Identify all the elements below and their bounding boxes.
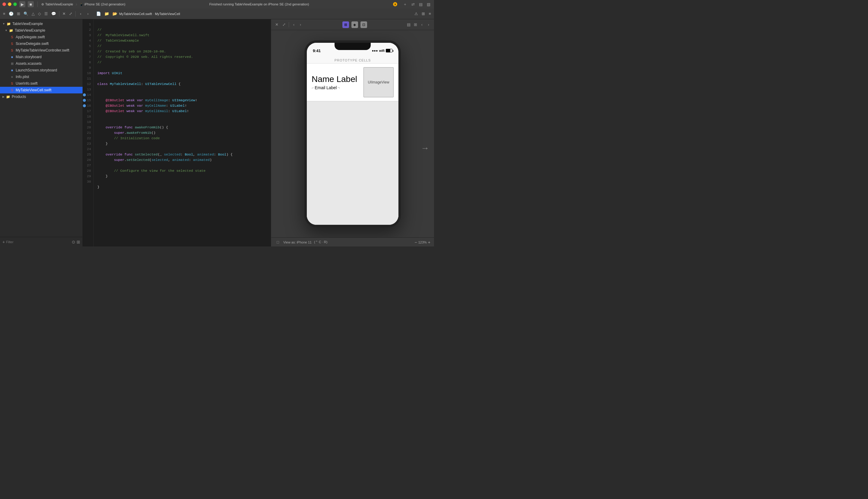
close-button[interactable]	[2, 2, 6, 6]
code-line-4: //	[97, 44, 101, 48]
zoom-out-button[interactable]: −	[414, 240, 417, 245]
list-btn[interactable]: ≡	[427, 11, 432, 16]
sidebar-item-mycell[interactable]: S MyTableViewCell.swift	[0, 87, 83, 94]
filter-options-button[interactable]: ⊙	[72, 240, 75, 244]
preview-icon-2[interactable]: ◈	[352, 21, 358, 28]
sidebar-item-plist[interactable]: ≡ Info.plist	[0, 74, 83, 80]
sidebar-item-mainstoryboard[interactable]: ■ Main.storyboard	[0, 54, 83, 60]
preview-expand-btn[interactable]: ⤢	[281, 22, 287, 28]
chevron-right-icon: ▶	[2, 95, 4, 98]
preview-icon-1[interactable]: ⊞	[342, 21, 349, 28]
sidebar-item-launchscreen[interactable]: ■ LaunchScreen.storyboard	[0, 67, 83, 74]
outlet-dot-3[interactable]	[83, 104, 86, 107]
line-num-12: 12	[83, 81, 94, 87]
outline-button[interactable]: ☰	[43, 11, 49, 16]
outlet-dot-2[interactable]	[83, 99, 86, 102]
view-toggle-button[interactable]: ▤	[418, 1, 424, 7]
fullscreen-button[interactable]: ⤢	[68, 11, 74, 16]
image-view-placeholder: UIImageView	[364, 67, 394, 97]
preview-nav-btn-right[interactable]: ›	[426, 22, 431, 28]
sidebar-group-products[interactable]: ▶ 📁 Products	[0, 94, 83, 100]
view-as-toggle[interactable]: □	[275, 239, 281, 245]
back-button[interactable]: ‹	[77, 11, 84, 17]
preview-close-btn[interactable]: ✕	[274, 22, 280, 28]
sidebar-item-userinfo[interactable]: S UserInfo.swift	[0, 80, 83, 87]
toolbar-separator	[59, 11, 59, 16]
path-icon-btn[interactable]: 📂	[111, 11, 119, 16]
code-line-20: super.awakeFromNib()	[97, 131, 156, 135]
sidebar-group-tableviewexample[interactable]: ▼ 📁 TableViewExample	[0, 27, 83, 34]
sidebar-toggle-button[interactable]: ▧	[426, 1, 431, 7]
warning-badge[interactable]: 3	[393, 2, 397, 6]
breakpoints-button[interactable]: ◇	[37, 11, 42, 16]
preview-arrow[interactable]: →	[421, 144, 429, 153]
forward-button[interactable]: ›	[85, 11, 91, 17]
device-title-segment: 📱 iPhone SE (2nd generation)	[80, 2, 125, 6]
code-line-1: //	[97, 28, 101, 32]
close-tab-button[interactable]: ✕	[61, 11, 67, 16]
sidebar-item-appdelegate[interactable]: S AppDelegate.swift	[0, 34, 83, 40]
view-as-label: View as: iPhone 11	[283, 241, 311, 244]
breadcrumb-separator: ›	[153, 12, 154, 16]
status-time: 9:41	[313, 49, 321, 53]
search-button[interactable]: 🔍	[22, 11, 29, 16]
filter-input[interactable]	[6, 240, 71, 244]
sidebar-item-viewcontroller[interactable]: S MyTableTableViewController.swift	[0, 47, 83, 54]
code-content[interactable]: // // MyTableViewCell.swift // TableView…	[94, 19, 271, 246]
group-folder-icon: 📁	[9, 28, 14, 33]
sidebar-icon-button[interactable]: ≡	[2, 11, 7, 16]
warnings-button[interactable]: △	[30, 11, 36, 16]
sidebar-project-root[interactable]: ▼ 📁 TableViewExample	[0, 21, 83, 27]
preview-layout-btn-2[interactable]: ⊞	[412, 22, 418, 28]
sidebar: ▼ 📁 TableViewExample ▼ 📁 TableViewExampl…	[0, 19, 83, 246]
add-file-button[interactable]: +	[2, 240, 5, 244]
code-editor: 1 2 3 4 5 6 7 8 9 10 11 12 13 14 15	[83, 19, 271, 246]
file-icon-btn[interactable]: 📄	[95, 11, 102, 16]
line-num-21: 21	[83, 130, 94, 136]
preview-forward-btn[interactable]: ›	[297, 22, 304, 28]
preview-status-bar: □ View as: iPhone 11 (⌃ C · R) − 123% +	[271, 238, 434, 246]
grid-btn[interactable]: ⊞	[420, 11, 426, 16]
code-line-11: class MyTableViewCell: UITableViewCell {	[97, 82, 181, 86]
folder-icon-btn[interactable]: 📁	[103, 11, 110, 16]
preview-icon-3[interactable]: ⊡	[360, 21, 367, 28]
preview-layout-btn-1[interactable]: ▤	[406, 22, 412, 28]
line-num-14: 14	[83, 92, 94, 98]
line-num-2: 2	[83, 27, 94, 33]
breadcrumb-file[interactable]: MyTableViewCell.swift	[119, 12, 152, 16]
sidebar-item-label-9: MyTableViewCell.swift	[16, 88, 51, 92]
minimize-button[interactable]	[8, 2, 11, 6]
layout-toggle-button[interactable]: ⇄	[410, 1, 416, 7]
swift-file-icon: S	[10, 35, 14, 39]
add-editor-button[interactable]: +	[402, 1, 408, 7]
code-area[interactable]: 1 2 3 4 5 6 7 8 9 10 11 12 13 14 15	[83, 19, 271, 246]
code-line-2: // MyTableViewCell.swift	[97, 33, 149, 37]
preview-content: 9:41 ●●● wifi PROTOTYPE CELLS	[271, 30, 434, 238]
code-line-6: // Copyright © 2020 seb. All rights rese…	[97, 55, 193, 59]
stop-button[interactable]: ■	[28, 1, 34, 7]
inspector-button[interactable]: ⊞	[16, 11, 21, 16]
sidebar-item-label-8: UserInfo.swift	[16, 81, 38, 86]
sidebar-item-assets[interactable]: ⊞ Assets.xcassets	[0, 60, 83, 67]
device-name: iPhone SE (2nd generation)	[84, 2, 125, 6]
chevron-down-icon: ▼	[2, 22, 5, 25]
line-num-18: 18	[83, 114, 94, 119]
line-num-6: 6	[83, 49, 94, 54]
comments-button[interactable]: 💬	[50, 11, 57, 16]
line-num-28: 28	[83, 168, 94, 173]
preview-back-btn[interactable]: ‹	[291, 22, 297, 28]
history-button[interactable]: 🕐	[8, 11, 15, 16]
code-line-25: super.setSelected(selected, animated: an…	[97, 158, 212, 162]
breadcrumb: MyTableViewCell.swift › MyTableViewCell	[119, 12, 413, 16]
preview-nav-btn-left[interactable]: ‹	[419, 22, 425, 28]
sidebar-item-scenedelegate[interactable]: S SceneDelegate.swift	[0, 40, 83, 47]
maximize-button[interactable]	[13, 2, 17, 6]
code-line-19: override func awakeFromNib() {	[97, 125, 168, 129]
project-icon: ⚙	[41, 3, 44, 6]
outlet-dot-1[interactable]	[83, 94, 86, 96]
warning-filter-btn[interactable]: ⚠	[413, 11, 419, 16]
filter-display-button[interactable]: ⊞	[76, 240, 80, 244]
breadcrumb-class[interactable]: MyTableViewCell	[155, 12, 180, 16]
run-button[interactable]: ▶	[19, 1, 25, 7]
zoom-in-button[interactable]: +	[428, 240, 430, 245]
